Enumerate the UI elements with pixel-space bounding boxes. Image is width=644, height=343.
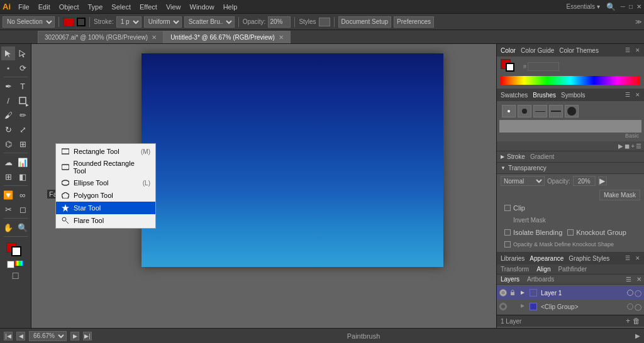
libraries-tab[interactable]: Libraries (501, 255, 525, 262)
search-icon[interactable]: 🔍 (606, 3, 616, 11)
appearance-tab[interactable]: Appearance (530, 255, 564, 262)
screen-mode[interactable]: □ (9, 269, 23, 283)
stroke-color[interactable] (77, 18, 86, 26)
selection-tool[interactable] (1, 46, 15, 60)
zoom-tool[interactable]: 🔍 (16, 220, 30, 234)
paintbrush-tool[interactable]: 🖌 (1, 108, 15, 122)
mesh-tool[interactable]: ⊞ (1, 170, 15, 183)
canvas-area[interactable]: Rectangle Tool (M) Rounded Rectangle Too… (31, 44, 496, 328)
brush-tool-2[interactable]: ◼ (625, 143, 630, 150)
nav-next[interactable]: ▶ (70, 332, 79, 340)
polygon-tool-item[interactable]: Polygon Tool (56, 189, 155, 202)
pencil-tool[interactable]: ✏ (16, 108, 30, 122)
brush-tool-4[interactable]: ☰ (636, 143, 641, 150)
stroke-box[interactable] (11, 246, 21, 256)
symbol-sprayer-tool[interactable]: ☁ (1, 155, 15, 169)
swatches-tab[interactable]: Swatches (501, 92, 528, 99)
layer-0-target[interactable] (627, 290, 633, 296)
scale-tool[interactable]: ⤢ (16, 122, 30, 136)
gradient-tool[interactable]: ◧ (16, 170, 30, 183)
layer-item-0[interactable]: Layer 1 ◯ (497, 286, 644, 300)
appearance-panel-close[interactable]: ✕ (635, 255, 640, 261)
tab-0-close[interactable]: ✕ (152, 34, 157, 41)
layer-0-expand[interactable] (519, 290, 526, 296)
symbols-tab[interactable]: Symbols (561, 92, 585, 99)
essentials-label[interactable]: Essentials ▾ (567, 3, 600, 10)
menu-view[interactable]: View (162, 2, 185, 12)
magic-wand-tool[interactable]: ⋆ (1, 61, 15, 75)
layer-1-target[interactable] (627, 303, 633, 310)
artboards-tab[interactable]: Artboards (523, 275, 558, 284)
ellipse-tool-item[interactable]: Ellipse Tool (L) (56, 177, 155, 189)
tab-1-close[interactable]: ✕ (279, 34, 284, 41)
blend-mode-select[interactable]: Normal (501, 176, 545, 186)
menu-effect[interactable]: Effect (136, 2, 161, 12)
stroke-type-select[interactable]: Uniform (144, 16, 182, 28)
brush-item-dot-black[interactable] (518, 105, 531, 117)
brushes-panel-menu[interactable]: ☰ (625, 92, 630, 98)
menu-file[interactable]: File (14, 2, 33, 12)
hand-tool[interactable]: ✋ (1, 220, 15, 234)
delete-layer-btn[interactable]: 🗑 (633, 317, 640, 325)
menu-help[interactable]: Help (219, 2, 242, 12)
stroke-section-bar[interactable]: ▶ Stroke Gradient (497, 151, 644, 163)
pathfinder-tab[interactable]: Pathfinder (554, 264, 591, 274)
brushes-tab[interactable]: Brushes (533, 92, 556, 99)
layers-tab[interactable]: Layers (497, 275, 523, 284)
panel-toggle[interactable]: ≫ (635, 18, 641, 25)
stroke-weight-select[interactable]: 1 pt (116, 16, 142, 28)
new-layer-btn[interactable]: + (626, 317, 630, 325)
tab-1[interactable]: Untitled-3* @ 66.67% (RGB/Preview) ✕ (164, 31, 291, 43)
shape-tool[interactable]: ▶ (16, 94, 30, 107)
star-tool-item[interactable]: Star Tool (56, 202, 155, 214)
layer-0-lock[interactable] (509, 289, 516, 297)
free-transform-tool[interactable]: ⊞ (16, 137, 30, 151)
layer-0-visibility[interactable]: ◯ (635, 290, 641, 297)
fill-color[interactable] (63, 18, 74, 26)
appearance-panel-menu[interactable]: ☰ (625, 255, 630, 261)
brush-item-line-thick[interactable] (549, 105, 563, 117)
brush-item-dot-large[interactable] (565, 105, 579, 117)
window-restore[interactable]: □ (629, 3, 633, 10)
transparency-section-bar[interactable]: ▼ Transparency (497, 163, 644, 174)
hex-input[interactable] (528, 62, 559, 71)
rotate-tool[interactable]: ↻ (1, 122, 15, 136)
menu-object[interactable]: Object (55, 2, 83, 12)
layer-0-vis[interactable] (499, 289, 507, 297)
transform-tab[interactable]: Transform (497, 264, 533, 274)
graphic-styles-tab[interactable]: Graphic Styles (569, 255, 609, 262)
color-guide-tab[interactable]: Color Guide (521, 47, 554, 54)
make-mask-btn[interactable]: Make Mask (599, 190, 640, 200)
brush-tool-3[interactable]: + (631, 143, 635, 150)
preferences-btn[interactable]: Preferences (394, 16, 434, 28)
window-close[interactable]: ✕ (636, 3, 641, 10)
pen-tool[interactable]: ✒ (1, 79, 15, 93)
color-panel-close[interactable]: ✕ (635, 47, 640, 53)
color-gradient-bar[interactable] (501, 76, 640, 85)
blend-tool[interactable]: ∞ (16, 188, 30, 202)
column-graph-tool[interactable]: 📊 (16, 155, 30, 169)
shape-dropdown[interactable]: Rectangle Tool (M) Rounded Rectangle Too… (55, 143, 156, 229)
warp-tool[interactable]: ⌬ (1, 137, 15, 151)
opacity-increase[interactable]: ▶ (598, 177, 607, 185)
rounded-rect-tool-item[interactable]: Rounded Rectangle Tool (56, 158, 155, 177)
eraser-tool[interactable]: ◻ (16, 202, 30, 216)
brushes-panel-close[interactable]: ✕ (635, 92, 640, 98)
type-tool[interactable]: T (16, 79, 30, 93)
nav-first[interactable]: |◀ (4, 332, 13, 340)
menu-edit[interactable]: Edit (35, 2, 54, 12)
nav-last[interactable]: ▶| (83, 332, 92, 340)
layer-1-visibility[interactable]: ◯ (635, 303, 641, 310)
rectangle-tool-item[interactable]: Rectangle Tool (M) (56, 145, 155, 158)
flare-tool-item[interactable]: Flare Tool (56, 214, 155, 227)
opacity-input[interactable] (268, 16, 291, 28)
layer-item-1[interactable]: <Clip Group> ◯ (497, 300, 644, 313)
color-panel-menu[interactable]: ☰ (625, 47, 630, 53)
color-themes-tab[interactable]: Color Themes (559, 47, 599, 54)
color-mode-none[interactable] (7, 261, 14, 268)
knockout-checkbox[interactable] (567, 229, 574, 236)
scissors-tool[interactable]: ✂ (1, 202, 15, 216)
eyedropper-tool[interactable]: 🔽 (1, 188, 15, 202)
gradient-mode[interactable] (15, 261, 24, 266)
line-segment-tool[interactable]: / (1, 94, 15, 107)
